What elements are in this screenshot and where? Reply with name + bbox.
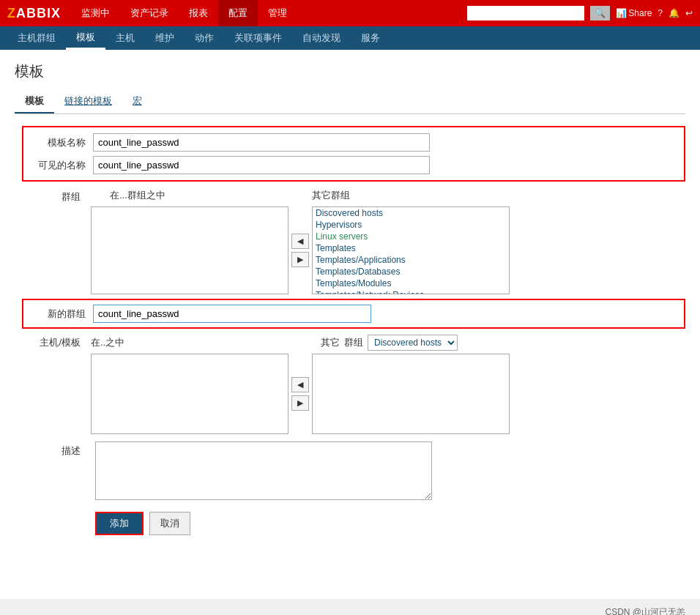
new-group-section: 新的群组 <box>22 299 685 329</box>
tab-macros[interactable]: 宏 <box>122 90 152 113</box>
group-arrow-buttons: ◀ ▶ <box>291 234 309 267</box>
page-title: 模板 <box>15 61 685 81</box>
nav-reports[interactable]: 报表 <box>179 0 218 26</box>
top-navbar: ZABBIX 监测中 资产记录 报表 配置 管理 🔍 📊 Share ? 🔔 ↩ <box>0 0 700 26</box>
nav-maintenance[interactable]: 维护 <box>145 26 185 50</box>
template-name-input[interactable] <box>93 133 430 152</box>
template-name-row: 模板名称 <box>31 133 677 152</box>
host-group-select[interactable]: Discovered hosts <box>368 335 458 351</box>
visible-name-input[interactable] <box>93 156 430 174</box>
new-group-input[interactable] <box>93 305 371 323</box>
nav-assets[interactable]: 资产记录 <box>120 0 179 26</box>
list-item[interactable]: Templates/Network Devices <box>313 289 509 294</box>
nav-templates[interactable]: 模板 <box>66 26 105 50</box>
cancel-button[interactable]: 取消 <box>149 512 190 535</box>
second-navbar: 主机群组 模板 主机 维护 动作 关联项事件 自动发现 服务 <box>0 26 700 50</box>
page-content: 模板 模板 链接的模板 宏 模板名称 可见的名称 群组 在...群组之中 其它群… <box>0 50 700 599</box>
top-nav-links: 监测中 资产记录 报表 配置 管理 <box>71 0 467 26</box>
notification-icon[interactable]: 🔔 <box>669 8 679 18</box>
template-name-label: 模板名称 <box>31 136 86 149</box>
list-item[interactable]: Templates/Databases <box>313 266 509 277</box>
in-groups-list[interactable] <box>91 206 288 294</box>
group-label: 群组 <box>22 189 81 204</box>
move-left-btn[interactable]: ◀ <box>291 234 309 249</box>
host-other-label: 其它 <box>321 336 340 349</box>
host-move-left-btn[interactable]: ◀ <box>291 377 309 392</box>
list-item[interactable]: Linux servers <box>313 231 509 242</box>
group-in-label: 在...群组之中 <box>110 189 165 202</box>
description-textarea[interactable] <box>95 441 432 500</box>
add-button[interactable]: 添加 <box>95 512 144 535</box>
footer-text: CSDN @山河已无恙 <box>605 607 685 615</box>
tab-linked-templates[interactable]: 链接的模板 <box>54 90 122 113</box>
help-button[interactable]: ? <box>658 8 663 18</box>
list-item[interactable]: Hypervisors <box>313 219 509 231</box>
nav-host-groups[interactable]: 主机群组 <box>7 26 66 50</box>
list-item[interactable]: Templates <box>313 242 509 254</box>
list-item[interactable]: Templates/Modules <box>313 277 509 289</box>
search-button[interactable]: 🔍 <box>590 6 610 20</box>
list-item[interactable]: Discovered hosts <box>313 207 509 219</box>
logo: ZABBIX <box>7 6 71 21</box>
visible-name-label: 可见的名称 <box>31 159 86 172</box>
nav-correlation[interactable]: 关联项事件 <box>224 26 292 50</box>
move-right-btn[interactable]: ▶ <box>291 252 309 267</box>
list-item[interactable]: Templates/Applications <box>313 254 509 266</box>
nav-discovery[interactable]: 自动发现 <box>292 26 351 50</box>
share-button[interactable]: 📊 Share <box>616 8 652 18</box>
nav-actions[interactable]: 动作 <box>185 26 224 50</box>
nav-admin[interactable]: 管理 <box>258 0 297 26</box>
description-label: 描述 <box>22 441 81 458</box>
nav-monitor[interactable]: 监测中 <box>71 0 120 26</box>
host-move-right-btn[interactable]: ▶ <box>291 395 309 411</box>
host-in-list[interactable] <box>91 354 288 434</box>
visible-name-row: 可见的名称 <box>31 156 677 174</box>
host-in-label: 在..之中 <box>91 336 288 349</box>
user-icon[interactable]: ↩ <box>685 8 693 18</box>
top-nav-right: 🔍 📊 Share ? 🔔 ↩ <box>467 6 693 20</box>
footer: CSDN @山河已无恙 <box>0 599 700 615</box>
name-section: 模板名称 可见的名称 <box>22 126 685 182</box>
nav-config[interactable]: 配置 <box>218 0 258 26</box>
nav-hosts[interactable]: 主机 <box>105 26 145 50</box>
group-other-label: 其它群组 <box>312 189 350 202</box>
new-group-label: 新的群组 <box>31 308 86 321</box>
host-template-label: 主机/模板 <box>22 335 81 349</box>
host-other-list[interactable] <box>312 354 510 434</box>
tab-bar: 模板 链接的模板 宏 <box>15 90 685 114</box>
host-arrow-buttons: ◀ ▶ <box>291 377 309 411</box>
tab-template[interactable]: 模板 <box>15 90 54 113</box>
other-groups-list[interactable]: Discovered hosts Hypervisors Linux serve… <box>312 206 510 294</box>
host-group-label: 群组 <box>344 336 363 349</box>
search-input[interactable] <box>467 6 584 20</box>
nav-services[interactable]: 服务 <box>351 26 390 50</box>
form-buttons: 添加 取消 <box>95 512 685 535</box>
